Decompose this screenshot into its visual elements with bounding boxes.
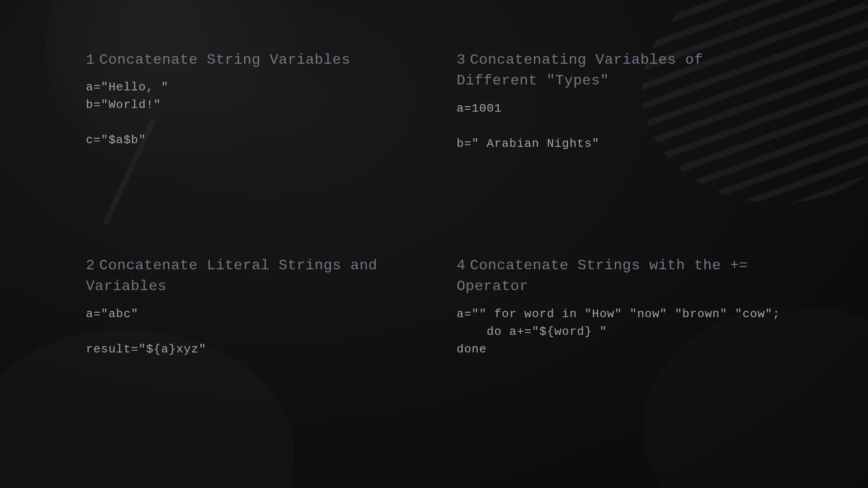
section-3-code: a=1001 b=" Arabian Nights" [457, 100, 787, 153]
section-3: 3Concatenating Variables of Different "T… [457, 50, 787, 228]
section-3-number: 3 [457, 52, 466, 68]
section-4: 4Concatenate Strings with the += Operato… [457, 255, 787, 434]
section-4-title: Concatenate Strings with the += Operator [457, 257, 748, 295]
section-1-number: 1 [86, 52, 95, 68]
section-4-code: a="" for word in "How" "now" "brown" "co… [457, 305, 787, 358]
section-1-code: a="Hello, " b="World!" c="$a$b" [86, 79, 416, 149]
section-2-title: Concatenate Literal Strings and Variable… [86, 257, 377, 295]
section-2: 2Concatenate Literal Strings and Variabl… [86, 255, 416, 434]
section-4-number: 4 [457, 257, 466, 274]
content-grid: 1Concatenate String Variables a="Hello, … [0, 0, 868, 488]
section-2-heading: 2Concatenate Literal Strings and Variabl… [86, 255, 416, 297]
section-1-heading: 1Concatenate String Variables [86, 50, 416, 70]
section-1-title: Concatenate String Variables [99, 52, 350, 68]
section-2-number: 2 [86, 257, 95, 274]
section-2-code: a="abc" result="${a}xyz" [86, 305, 416, 358]
section-1: 1Concatenate String Variables a="Hello, … [86, 50, 416, 228]
section-3-heading: 3Concatenating Variables of Different "T… [457, 50, 787, 92]
section-4-heading: 4Concatenate Strings with the += Operato… [457, 255, 787, 297]
section-3-title: Concatenating Variables of Different "Ty… [457, 52, 703, 89]
